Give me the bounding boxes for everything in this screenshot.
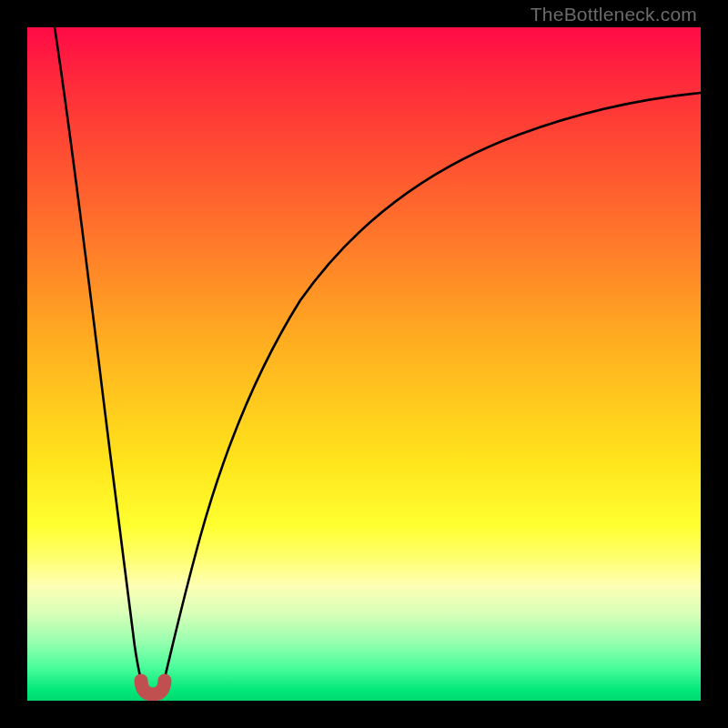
chart-frame: TheBottleneck.com: [0, 0, 728, 728]
minimum-marker-icon: [141, 681, 165, 694]
curve-left-branch: [55, 27, 144, 689]
plot-area: [27, 27, 701, 701]
curve-right-branch: [162, 93, 701, 689]
watermark-text: TheBottleneck.com: [531, 4, 697, 25]
curves-svg: [27, 27, 701, 701]
